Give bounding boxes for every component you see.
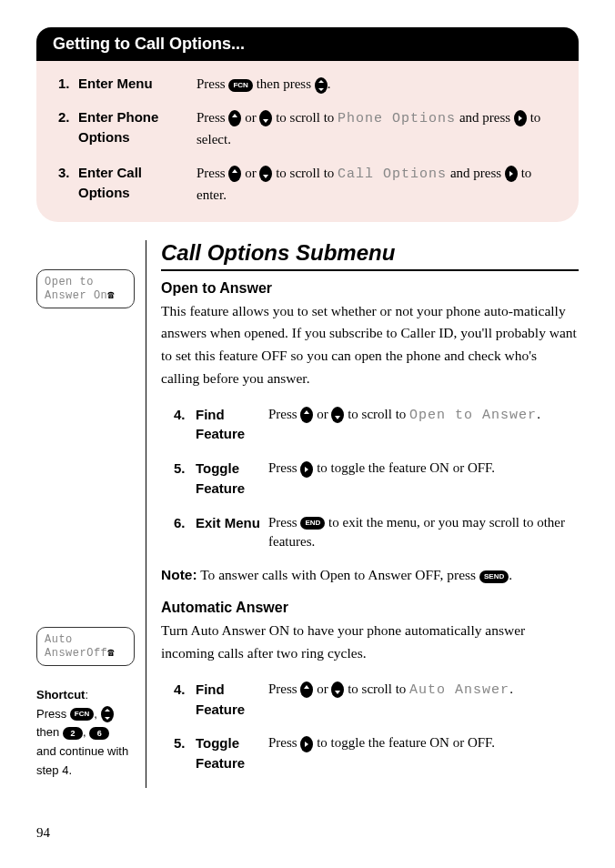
step-desc: Press FCN then press . [197,74,557,95]
step-label: Enter Phone Options [78,107,197,150]
text: or [313,407,331,421]
step-1: 1. Enter Menu Press FCN then press . [58,74,557,95]
auto-answer-body: Turn Auto Answer ON to have your phone a… [161,620,579,665]
text: Press [36,707,70,721]
text: Press [268,681,300,696]
main-content: Open to Answer On☎ Auto AnswerOff☎ Short… [36,240,579,788]
updown-key-icon [101,706,114,722]
end-key-icon: END [300,517,325,530]
phone-display-open-answer: Open to Answer On☎ [36,269,135,308]
text: . [537,407,540,421]
text: and continue with step 4. [36,744,128,777]
step-number: 3. [58,163,78,206]
display-line: Auto [45,633,126,648]
step-label: Find Feature [196,680,268,720]
text: or [241,166,259,180]
menu-name: Call Options [338,167,447,182]
getting-to-steps: 1. Enter Menu Press FCN then press . 2. … [36,61,579,222]
phone-icon: ☎ [107,647,115,660]
step-5: 5. Toggle Feature Press to toggle the fe… [174,459,579,499]
step-5b: 5. Toggle Feature Press to toggle the fe… [174,733,579,773]
open-answer-steps: 4. Find Feature Press or to scroll to Op… [161,405,579,553]
menu-name: Auto Answer [409,682,509,698]
menu-name: Phone Options [338,111,456,126]
text: . [328,76,331,91]
open-to-answer-heading: Open to Answer [161,280,579,297]
text: Press [268,407,300,421]
step-3: 3. Enter Call Options Press or to scroll… [58,163,557,206]
step-number: 5. [174,459,196,499]
up-key-icon [300,681,313,698]
updown-key-icon [315,77,328,94]
phone-display-auto-answer: Auto AnswerOff☎ [36,627,135,666]
up-key-icon [228,110,241,126]
step-desc: Press to toggle the feature ON or OFF. [268,733,579,773]
up-key-icon [300,407,313,423]
text: Press [197,110,228,125]
right-key-icon [300,736,313,752]
step-label: Find Feature [196,405,268,445]
down-key-icon [331,681,344,698]
fcn-key-icon: FCN [228,79,252,92]
shortcut-label: Shortcut [36,688,85,701]
step-label: Exit Menu [196,513,268,553]
text: Press [197,76,228,91]
key-6-icon: 6 [89,727,109,740]
auto-answer-steps: 4. Find Feature Press or to scroll to Au… [161,680,579,773]
note: Note: To answer calls with Open to Answe… [161,567,579,583]
key-2-icon: 2 [63,727,83,740]
section-header: Getting to Call Options... [36,27,579,61]
step-6: 6. Exit Menu Press END to exit the menu,… [174,513,579,553]
step-number: 6. [174,513,196,553]
note-label: Note: [161,567,197,582]
step-desc: Press or to scroll to Phone Options and … [197,107,557,150]
text: then press [253,76,315,91]
text: to scroll to [344,681,409,696]
auto-answer-heading: Automatic Answer [161,600,579,616]
text: , [94,707,100,721]
step-number: 1. [58,74,78,95]
margin-column: Open to Answer On☎ Auto AnswerOff☎ Short… [36,240,146,788]
right-key-icon [514,110,527,126]
text: . [509,567,512,582]
open-to-answer-body: This feature allows you to set whether o… [161,300,579,390]
text: Press [268,515,300,530]
text: or [313,681,331,696]
display-line: Open to [45,276,126,290]
step-number: 4. [174,405,196,445]
display-line: Answer On☎ [45,289,126,304]
display-line: AnswerOff☎ [45,647,126,661]
step-label: Toggle Feature [196,733,268,773]
text: Press [197,166,228,180]
phone-icon: ☎ [107,289,115,302]
text: To answer calls with Open to Answer OFF,… [197,567,479,582]
fcn-key-icon: FCN [70,708,94,721]
step-number: 2. [58,107,78,150]
step-desc: Press or to scroll to Call Options and p… [197,163,557,206]
down-key-icon [259,166,272,182]
text: to scroll to [272,110,338,125]
step-4b: 4. Find Feature Press or to scroll to Au… [174,680,579,720]
text: to scroll to [272,166,338,180]
menu-name: Open to Answer [409,408,537,423]
up-key-icon [228,166,241,182]
step-label: Enter Call Options [78,163,197,206]
shortcut-note: Shortcut: Press FCN, then 2, 6 and conti… [36,686,135,781]
step-4: 4. Find Feature Press or to scroll to Op… [174,405,579,445]
down-key-icon [331,407,344,423]
step-number: 4. [174,680,196,720]
text: and press [447,166,505,180]
text: and press [456,110,514,125]
right-key-icon [505,166,518,182]
text: , [83,725,89,739]
right-key-icon [300,461,313,478]
step-2: 2. Enter Phone Options Press or to scrol… [58,107,557,150]
step-label: Enter Menu [78,74,197,95]
text: to scroll to [344,407,409,421]
text: Press [268,460,300,475]
text: Press [268,735,300,750]
step-desc: Press END to exit the menu, or you may s… [268,513,579,553]
text: to toggle the feature ON or OFF. [313,735,495,750]
step-desc: Press or to scroll to Auto Answer. [268,680,579,720]
text: . [509,681,513,696]
